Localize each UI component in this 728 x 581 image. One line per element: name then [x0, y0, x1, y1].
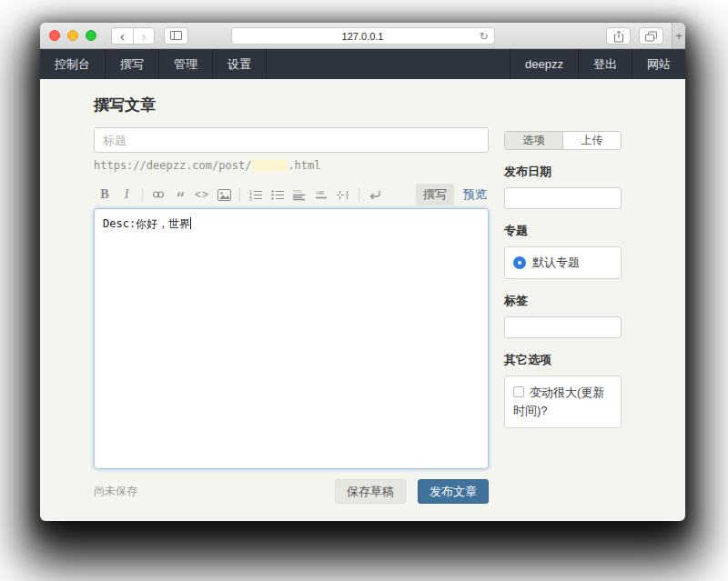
svg-text:3: 3 — [249, 195, 252, 201]
screenshot-stage: ‹ › 127.0.0.1 ↻ — [0, 0, 728, 581]
ordered-list-button[interactable]: 1 2 3 — [245, 185, 267, 205]
post-title-input[interactable] — [94, 127, 489, 153]
undo-button[interactable] — [364, 185, 386, 205]
toolbar-separator — [359, 188, 359, 202]
post-url-preview: https://deepzz.com/post/ .html — [94, 159, 489, 172]
editor-toolbar: B I “ <> — [94, 184, 489, 205]
quote-button[interactable]: “ — [169, 185, 191, 205]
text-cursor — [190, 217, 191, 229]
post-url-prefix: https://deepzz.com/post/ — [94, 159, 251, 172]
ordered-list-icon: 1 2 3 — [249, 189, 263, 201]
topic-label: 专题 — [504, 223, 622, 239]
radio-selected-icon[interactable] — [513, 256, 526, 269]
link-icon — [151, 188, 166, 201]
reload-icon[interactable]: ↻ — [479, 30, 488, 43]
heading-button[interactable]: TITL — [288, 185, 310, 205]
page-content: 撰写文章 https://deepzz.com/post/ .html B I — [40, 95, 685, 504]
page-break-icon — [337, 189, 350, 201]
page-break-button[interactable] — [332, 185, 354, 205]
new-tab-button[interactable]: + — [672, 23, 685, 48]
zoom-window-button[interactable] — [86, 30, 96, 41]
navbar-item-console[interactable]: 控制台 — [40, 49, 106, 79]
code-button[interactable]: <> — [191, 185, 213, 205]
image-button[interactable] — [213, 185, 235, 205]
address-bar[interactable]: 127.0.0.1 ↻ — [231, 27, 495, 45]
page-title: 撰写文章 — [94, 95, 622, 115]
toolbar-right-buttons — [606, 27, 663, 45]
address-bar-url: 127.0.0.1 — [342, 31, 384, 42]
unordered-list-button[interactable] — [267, 185, 288, 205]
topic-option-box[interactable]: 默认专题 — [504, 246, 622, 279]
editor-mode-tabs: 撰写 预览 — [416, 184, 489, 205]
back-button[interactable]: ‹ — [112, 28, 133, 44]
other-options-label: 其它选项 — [504, 352, 622, 368]
horizontal-rule-icon: HR — [315, 189, 329, 201]
save-draft-button[interactable]: 保存草稿 — [335, 479, 406, 504]
admin-navbar: 控制台 撰写 管理 设置 deepzz 登出 网站 — [40, 49, 685, 79]
navbar-item-write[interactable]: 撰写 — [106, 49, 159, 79]
unordered-list-icon — [271, 189, 285, 201]
tab-overview-button[interactable] — [639, 27, 663, 45]
svg-text:HR: HR — [316, 190, 324, 195]
bold-button[interactable]: B — [94, 185, 116, 205]
navbar-item-username[interactable]: deepzz — [510, 49, 578, 79]
browser-toolbar: ‹ › 127.0.0.1 ↻ — [40, 23, 685, 49]
other-option-label: 变动很大(更新时间)? — [513, 386, 604, 417]
other-option-box[interactable]: 变动很大(更新时间)? — [504, 376, 622, 428]
tab-upload[interactable]: 上传 — [563, 132, 621, 149]
post-url-slug-highlight — [252, 159, 287, 172]
tags-label: 标签 — [504, 293, 622, 309]
link-button[interactable] — [147, 185, 169, 205]
italic-button[interactable]: I — [116, 185, 137, 205]
tabs-icon — [645, 31, 657, 42]
publish-button[interactable]: 发布文章 — [418, 479, 489, 504]
toolbar-separator — [142, 188, 143, 202]
traffic-lights — [49, 30, 96, 41]
publish-date-input[interactable] — [504, 187, 622, 209]
horizontal-rule-button[interactable]: HR — [310, 185, 332, 205]
publish-date-label: 发布日期 — [504, 164, 622, 180]
sidebar-icon — [170, 31, 182, 40]
svg-text:TITL: TITL — [293, 189, 302, 194]
post-url-suffix: .html — [288, 159, 320, 172]
options-sidebar: 选项 上传 发布日期 专题 默认专题 标签 其它选项 变动很大(更新时间)? — [504, 131, 622, 504]
save-status: 尚未保存 — [94, 484, 137, 499]
editor-content: Desc:你好，世界 — [103, 217, 190, 230]
toolbar-separator — [239, 188, 240, 202]
undo-icon — [369, 189, 381, 201]
share-icon — [613, 30, 624, 43]
image-icon — [217, 189, 231, 201]
navbar-spacer — [267, 49, 510, 79]
sidebar-toggle-button[interactable] — [164, 27, 188, 45]
close-window-button[interactable] — [49, 30, 60, 41]
editor-column: https://deepzz.com/post/ .html B I — [94, 127, 489, 504]
sidebar-tabs: 选项 上传 — [504, 131, 622, 150]
tab-preview[interactable]: 预览 — [461, 184, 489, 205]
tab-write[interactable]: 撰写 — [416, 184, 454, 205]
minimize-window-button[interactable] — [67, 30, 78, 41]
navbar-item-site[interactable]: 网站 — [632, 49, 685, 79]
editor-footer: 尚未保存 保存草稿 发布文章 — [94, 479, 489, 504]
browser-window: ‹ › 127.0.0.1 ↻ — [40, 23, 685, 521]
checkbox-unchecked-icon[interactable] — [513, 386, 524, 397]
navbar-item-manage[interactable]: 管理 — [159, 49, 213, 79]
topic-option-label: 默认专题 — [532, 255, 580, 271]
navbar-item-settings[interactable]: 设置 — [213, 49, 267, 79]
share-button[interactable] — [606, 27, 631, 45]
forward-button[interactable]: › — [133, 28, 154, 44]
editor-textarea[interactable]: Desc:你好，世界 — [94, 208, 489, 469]
tab-options[interactable]: 选项 — [505, 132, 563, 149]
tags-input[interactable] — [504, 316, 622, 338]
navbar-item-logout[interactable]: 登出 — [578, 49, 632, 79]
history-nav-buttons: ‹ › — [111, 27, 155, 45]
heading-icon: TITL — [293, 189, 307, 201]
